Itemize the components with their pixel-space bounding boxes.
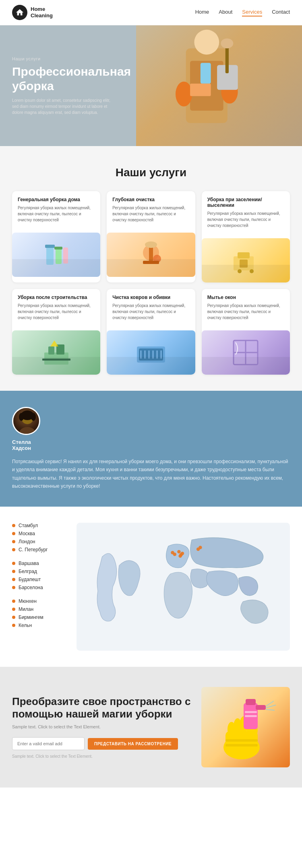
svg-point-54 [178,554,182,557]
site-header: Home Cleaning Home About Services Contac… [0,0,302,25]
testimonial-section: СтеллаХадсон Потрясающий сервис! Я нанял… [0,391,302,507]
city-dot [12,562,15,565]
city-barcelona: Барселона [12,585,68,590]
svg-rect-67 [245,715,257,717]
svg-point-22 [238,269,242,273]
service-card-1-title: Генеральная уборка дома [18,197,95,202]
service-card-2-title: Глубокая очистка [112,197,189,202]
hero-tag: Наши услуги [12,56,117,61]
svg-rect-28 [42,359,70,361]
city-moscow: Москва [12,531,68,536]
move-clean-icon [230,244,262,276]
svg-rect-65 [256,705,266,710]
svg-rect-13 [45,245,55,248]
hero-content: Наши услуги Профессиональная уборка Lore… [0,56,129,115]
logo: Home Cleaning [12,5,53,20]
city-dot [12,608,15,611]
svg-point-23 [250,269,254,273]
cities-map-section: Стамбул Москва Лондон С. Петербург Варша… [0,507,302,667]
email-input[interactable] [12,737,85,750]
city-munich: Мюнхен [12,598,68,604]
service-card-2: Глубокая очистка Регулярная уборка жилых… [107,191,195,282]
deep-clean-icon [135,239,167,271]
city-dot [12,586,15,589]
service-card-5-desc: Регулярная уборка жилых помещений, включ… [112,303,189,321]
svg-marker-29 [50,340,58,346]
svg-point-2 [194,30,219,55]
hero-description: Lorem ipsum dolor sit amet, consetetur s… [12,97,117,115]
city-spb: С. Петербург [12,547,68,553]
nav-services[interactable]: Services [242,9,262,16]
svg-rect-12 [63,247,68,264]
testimonial-name: СтеллаХадсон [12,439,290,451]
service-card-5: Чистка ковров и обивки Регулярная уборка… [107,289,195,375]
service-card-3-image [202,238,290,282]
svg-rect-6 [225,44,228,73]
services-title: Наши услуги [12,166,290,179]
logo-text: Home Cleaning [31,6,53,19]
svg-point-18 [153,255,161,263]
city-cologne: Кельн [12,623,68,628]
service-card-5-content: Чистка ковров и обивки Регулярная уборка… [107,289,195,330]
service-card-2-image [107,233,195,277]
service-card-6: Мытье окон Регулярная уборка жилых помещ… [202,289,290,375]
city-dot [12,532,15,535]
service-card-4-title: Уборка после строительства [18,295,95,300]
service-card-1: Генеральная уборка дома Регулярная уборк… [12,191,100,282]
cta-content: Преобразите свое пространство с помощью … [12,695,193,759]
nav-about[interactable]: About [219,9,232,16]
service-card-5-title: Чистка ковров и обивки [112,295,189,300]
service-card-4: Уборка после строительства Регулярная уб… [12,289,100,375]
svg-point-46 [31,413,36,421]
city-group-2: Варшава Белград Будапешт Барселона [12,561,68,590]
cta-bottom-text: Sample text. Click to select the Text El… [12,754,193,759]
city-dot [12,548,15,551]
city-dot [12,616,15,619]
svg-rect-9 [190,84,211,96]
testimonial-avatar [12,407,40,435]
hero-section: Наши услуги Профессиональная уборка Lore… [0,25,302,146]
service-card-6-image [202,330,290,375]
cta-title: Преобразите свое пространство с помощью … [12,695,193,720]
svg-point-52 [177,550,180,553]
services-section: Наши услуги Генеральная уборка дома Регу… [0,146,302,391]
service-card-1-desc: Регулярная уборка жилых помещений, включ… [18,205,95,223]
svg-rect-10 [46,247,54,265]
svg-rect-71 [225,739,258,742]
cta-image [201,687,290,767]
spray-visual-icon [209,691,282,763]
svg-rect-11 [56,249,62,264]
svg-rect-26 [48,346,54,355]
submit-button[interactable]: ПРЕДСТАВИТЬ НА РАССМОТРЕНИЕ [88,738,178,750]
service-card-4-desc: Регулярная уборка жилых помещений, включ… [18,303,95,321]
cta-visual [201,687,290,767]
svg-point-7 [221,38,233,48]
svg-point-51 [197,547,200,550]
svg-point-17 [145,241,157,248]
service-card-4-content: Уборка после строительства Регулярная уб… [12,289,100,330]
city-belgrade: Белград [12,569,68,574]
city-istanbul: Стамбул [12,523,68,528]
svg-point-45 [19,413,24,421]
service-card-3-desc: Регулярная уборка жилых помещений, включ… [207,210,284,229]
svg-line-68 [266,701,274,706]
service-card-3: Уборка при заселении/ выселении Регулярн… [202,191,290,282]
svg-rect-24 [240,260,248,268]
city-birmingham: Бирмингем [12,614,68,620]
city-dot [12,578,15,581]
svg-rect-14 [54,247,62,249]
svg-point-3 [175,82,192,107]
city-london: Лондон [12,539,68,544]
service-card-3-title: Уборка при заселении/ выселении [207,197,284,208]
nav-contact[interactable]: Contact [272,9,290,16]
post-build-icon [40,336,72,369]
cities-list: Стамбул Москва Лондон С. Петербург Варша… [12,523,68,636]
svg-line-70 [266,709,275,710]
service-card-6-title: Мытье окон [207,295,284,300]
hero-background [136,25,302,146]
service-card-2-desc: Регулярная уборка жилых помещений, включ… [112,205,189,223]
nav-home[interactable]: Home [195,9,209,16]
service-card-6-content: Мытье окон Регулярная уборка жилых помещ… [202,289,290,330]
cleaning-bottles-icon [40,239,72,271]
city-milan: Милан [12,606,68,612]
